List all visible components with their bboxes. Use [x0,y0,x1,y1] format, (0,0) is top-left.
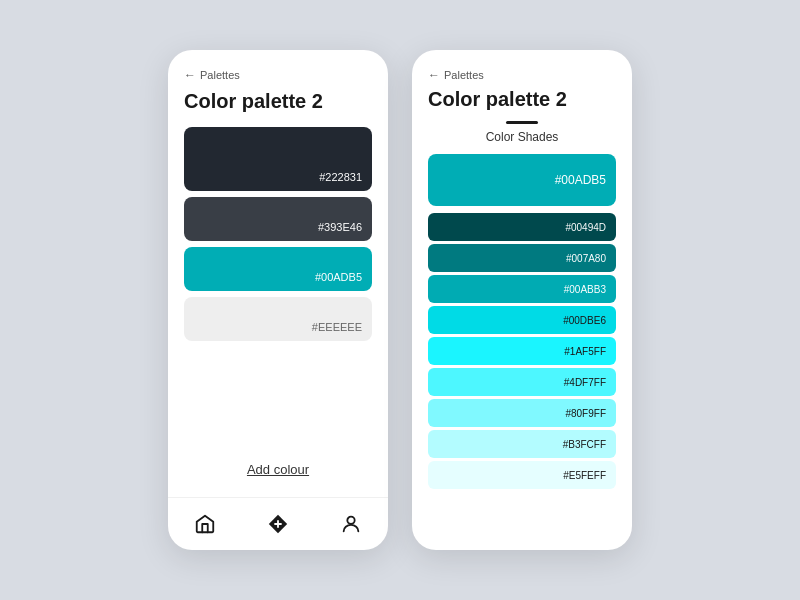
swatch-dark1[interactable]: #222831 [184,127,372,191]
back-label-right: Palettes [444,69,484,81]
shade-s3-label: #00ABB3 [564,284,606,295]
add-colour-button[interactable]: Add colour [184,458,372,481]
swatch-light-label: #EEEEEE [312,321,362,333]
home-nav-icon[interactable] [191,510,219,538]
palette-title-left: Color palette 2 [184,90,372,113]
shade-s8-label: #B3FCFF [563,439,606,450]
shade-s2[interactable]: #007A80 [428,244,616,272]
bottom-nav [168,497,388,550]
back-link-right[interactable]: ← Palettes [428,68,616,82]
shade-s4-label: #00DBE6 [563,315,606,326]
shade-s2-label: #007A80 [566,253,606,264]
shades-container: #00ADB5 #00494D #007A80 #00ABB3 #00DBE6 … [428,154,616,534]
shade-s7[interactable]: #80F9FF [428,399,616,427]
shade-s8[interactable]: #B3FCFF [428,430,616,458]
left-phone-card: ← Palettes Color palette 2 #222831 #393E… [168,50,388,550]
shade-s1[interactable]: #00494D [428,213,616,241]
shade-s5[interactable]: #1AF5FF [428,337,616,365]
svg-point-2 [348,517,355,524]
profile-nav-icon[interactable] [337,510,365,538]
color-swatches: #222831 #393E46 #00ADB5 #EEEEEE [184,127,372,444]
shade-s3[interactable]: #00ABB3 [428,275,616,303]
tab-indicator-row [428,121,616,124]
swatch-dark2[interactable]: #393E46 [184,197,372,241]
shade-s6[interactable]: #4DF7FF [428,368,616,396]
right-phone-card: ← Palettes Color palette 2 Color Shades … [412,50,632,550]
back-arrow-right: ← [428,68,440,82]
shade-s6-label: #4DF7FF [564,377,606,388]
swatch-dark2-label: #393E46 [318,221,362,233]
shade-s9[interactable]: #E5FEFF [428,461,616,489]
back-link-left[interactable]: ← Palettes [184,68,372,82]
swatch-teal[interactable]: #00ADB5 [184,247,372,291]
shade-s9-label: #E5FEFF [563,470,606,481]
swatch-teal-label: #00ADB5 [315,271,362,283]
back-label-left: Palettes [200,69,240,81]
swatch-light[interactable]: #EEEEEE [184,297,372,341]
add-nav-icon[interactable] [264,510,292,538]
shade-s1-label: #00494D [565,222,606,233]
shade-main[interactable]: #00ADB5 [428,154,616,206]
shade-main-label: #00ADB5 [555,173,606,187]
shade-s7-label: #80F9FF [565,408,606,419]
color-shades-label: Color Shades [428,130,616,144]
palette-title-right: Color palette 2 [428,88,616,111]
swatch-dark1-label: #222831 [319,171,362,183]
back-arrow-left: ← [184,68,196,82]
shade-s4[interactable]: #00DBE6 [428,306,616,334]
shade-s5-label: #1AF5FF [564,346,606,357]
tab-indicator [506,121,538,124]
